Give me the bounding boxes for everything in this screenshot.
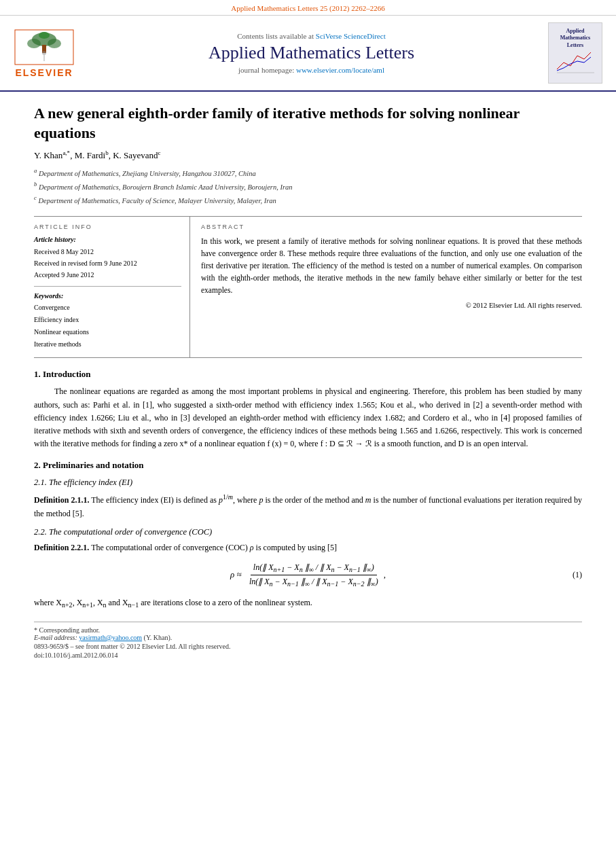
keyword-1: Convergence (34, 302, 181, 314)
homepage-link[interactable]: www.elsevier.com/locate/aml (296, 66, 384, 74)
def-211-bold: Definition 2.1.1. (34, 495, 89, 505)
info-abstract-section: ARTICLE INFO Article history: Received 8… (34, 216, 582, 358)
affiliation-b: b Department of Mathematics, Boroujern B… (34, 179, 582, 193)
svg-point-6 (39, 32, 50, 39)
footnote-section: * Corresponding author. E-mail address: … (34, 622, 582, 659)
prelim-section-heading: 2. Preliminaries and notation (34, 460, 582, 471)
formula-fraction: ln(‖ Xn+1 − Xn ‖∞ / ‖ Xn − Xn−1 ‖∞) ln(‖… (247, 562, 381, 588)
ei-subsection-heading: 2.1. The efficiency index (EI) (34, 478, 582, 488)
author-c-sup: c (158, 149, 161, 156)
abstract-column: ABSTRACT In this work, we present a fami… (190, 217, 582, 357)
formula-number-1: (1) (573, 570, 582, 580)
journal-citation: Applied Mathematics Letters 25 (2012) 22… (231, 4, 384, 12)
sciverse-link[interactable]: SciVerse ScienceDirect (316, 32, 386, 40)
article-info-label: ARTICLE INFO (34, 223, 181, 230)
journal-banner: ELSEVIER Contents lists available at Sci… (0, 16, 616, 92)
article-dates: Received 8 May 2012 Received in revised … (34, 246, 181, 287)
journal-citation-bar: Applied Mathematics Letters 25 (2012) 22… (0, 0, 616, 16)
intro-section-heading: 1. Introduction (34, 369, 582, 380)
keyword-2: Efficiency index (34, 314, 181, 326)
formula-denominator: ln(‖ Xn − Xn−1 ‖∞ / ‖ Xn−1 − Xn−2 ‖∞) (247, 575, 381, 588)
elsevier-wordmark: ELSEVIER (15, 67, 73, 78)
homepage-prefix: journal homepage: (238, 66, 296, 74)
accepted-date: Accepted 9 June 2012 (34, 269, 181, 281)
svg-point-3 (27, 39, 41, 48)
contents-available-line: Contents lists available at SciVerse Sci… (88, 32, 535, 40)
affiliations-block: a Department of Mathematics, Zhejiang Un… (34, 166, 582, 207)
intro-paragraph: The nonlinear equations are regarded as … (34, 385, 582, 450)
homepage-line: journal homepage: www.elsevier.com/locat… (88, 66, 535, 74)
formula-block-1: ρ ≈ ln(‖ Xn+1 − Xn ‖∞ / ‖ Xn − Xn−1 ‖∞) … (34, 562, 582, 588)
def-221-bold: Definition 2.2.1. (34, 543, 89, 552)
footnote-email-line: E-mail address: yasirmath@yahoo.com (Y. … (34, 634, 582, 641)
affiliation-c: c Department of Mathematics, Faculty of … (34, 193, 582, 207)
affiliation-a: a Department of Mathematics, Zhejiang Un… (34, 166, 582, 179)
author-a-sup: a,* (62, 149, 70, 156)
article-info-column: ARTICLE INFO Article history: Received 8… (34, 217, 190, 357)
svg-point-4 (48, 39, 61, 48)
abstract-label: ABSTRACT (201, 223, 582, 230)
contents-prefix: Contents lists available at (237, 32, 315, 40)
elsevier-logo: ELSEVIER (14, 29, 75, 78)
main-content: A new general eighth-order family of ite… (0, 92, 616, 671)
abstract-text: In this work, we present a family of ite… (201, 236, 582, 296)
copyright-line: © 2012 Elsevier Ltd. All rights reserved… (201, 302, 582, 309)
article-title: A new general eighth-order family of ite… (34, 104, 582, 143)
svg-rect-9 (554, 49, 598, 76)
issn-line: 0893-9659/$ – see front matter © 2012 El… (34, 643, 582, 650)
definition-221-text: Definition 2.2.1. The computational orde… (34, 541, 582, 554)
rho-symbol: ρ (230, 569, 234, 579)
cover-chart-icon (554, 49, 598, 76)
history-label: Article history: (34, 236, 181, 243)
formula-numerator: ln(‖ Xn+1 − Xn ‖∞ / ‖ Xn − Xn−1 ‖∞) (251, 562, 377, 575)
doi-line: doi:10.1016/j.aml.2012.06.014 (34, 651, 582, 659)
journal-title: Applied Mathematics Letters (88, 43, 535, 63)
keywords-list: Convergence Efficiency index Nonlinear e… (34, 302, 181, 351)
received-date: Received 8 May 2012 (34, 246, 181, 257)
footnote-email-link[interactable]: yasirmath@yahoo.com (79, 634, 142, 641)
coc-subsection-heading: 2.2. The computational order of converge… (34, 527, 582, 537)
keyword-3: Nonlinear equations (34, 326, 181, 338)
formula-content: ρ ≈ ln(‖ Xn+1 − Xn ‖∞ / ‖ Xn − Xn−1 ‖∞) … (230, 562, 386, 588)
journal-cover-image: AppliedMathematicsLetters (548, 22, 602, 84)
svg-point-7 (42, 51, 46, 55)
keywords-label: Keywords: (34, 292, 181, 300)
cover-title: AppliedMathematicsLetters (554, 28, 598, 49)
keyword-4: Iterative methods (34, 338, 181, 351)
definition-211-text: Definition 2.1.1. The efficiency index (… (34, 492, 582, 520)
where-text: where Xn+2, Xn+1, Xn and Xn−1 are iterat… (34, 596, 582, 611)
author-b-sup: b (105, 149, 109, 156)
authors-line: Y. Khana,*, M. Fardib, K. Sayevandc (34, 149, 582, 161)
journal-center-info: Contents lists available at SciVerse Sci… (88, 32, 535, 74)
footnote-corresponding-author: * Corresponding author. (34, 626, 582, 634)
elsevier-tree-icon (14, 29, 75, 66)
revised-date: Received in revised form 9 June 2012 (34, 257, 181, 269)
